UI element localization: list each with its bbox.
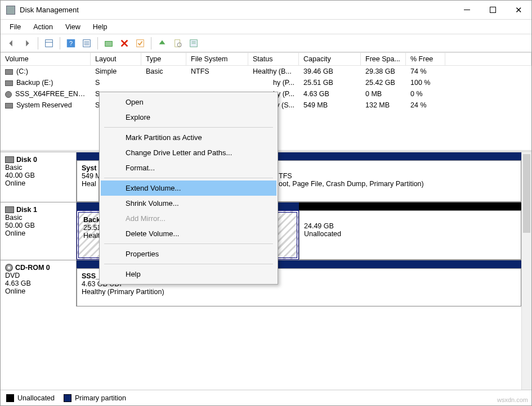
disk-size: 40.00 GB bbox=[5, 172, 71, 179]
partition-header-bar bbox=[77, 152, 99, 160]
partition-size: 549 M bbox=[82, 172, 94, 180]
scrollbar[interactable] bbox=[521, 152, 531, 390]
disk-label: Disk 1 bbox=[5, 206, 71, 214]
cell-pct: 0 % bbox=[406, 88, 445, 100]
context-menu-separator bbox=[104, 264, 273, 264]
minimize-button[interactable] bbox=[454, 1, 480, 19]
cell-status: hy (P... bbox=[248, 77, 299, 88]
col-layout[interactable]: Layout bbox=[91, 53, 141, 66]
properties-icon[interactable] bbox=[187, 37, 200, 49]
cell-cap: 39.46 GB bbox=[299, 66, 361, 77]
partition[interactable]: Syst 549 M Heal bbox=[77, 160, 99, 202]
menu-view[interactable]: View bbox=[60, 21, 86, 33]
disk-label: Disk 0 bbox=[5, 156, 71, 164]
col-capacity[interactable]: Capacity bbox=[299, 53, 361, 66]
back-icon[interactable] bbox=[5, 37, 17, 49]
menu-bar: File Action View Help bbox=[1, 20, 531, 34]
volume-name: System Reserved bbox=[16, 101, 72, 109]
legend-key-primary bbox=[64, 394, 71, 402]
menu-file[interactable]: File bbox=[4, 21, 26, 33]
cell-type: Basic bbox=[141, 66, 186, 77]
cell-free: 132 MB bbox=[361, 100, 406, 111]
cell-cap: 4.63 GB bbox=[299, 88, 361, 100]
volume-name: SSS_X64FREE_EN-... bbox=[15, 90, 86, 98]
ctx-shrink-volume[interactable]: Shrink Volume... bbox=[101, 196, 276, 211]
cd-volume-icon bbox=[5, 91, 12, 98]
svg-rect-0 bbox=[46, 39, 53, 47]
context-menu-separator bbox=[104, 243, 273, 244]
ctx-properties[interactable]: Properties bbox=[101, 246, 276, 261]
ctx-extend-volume[interactable]: Extend Volume... bbox=[101, 181, 276, 196]
context-menu-separator bbox=[104, 178, 273, 178]
disk-type: Basic bbox=[5, 164, 71, 172]
volume-row[interactable]: (C:) Simple Basic NTFS Healthy (B... 39.… bbox=[1, 66, 531, 77]
disk-state: Online bbox=[5, 229, 71, 237]
watermark: wsxdn.com bbox=[497, 396, 528, 403]
col-filesystem[interactable]: File System bbox=[186, 53, 248, 66]
partition-status: Unallocated bbox=[304, 230, 516, 238]
disk-state: Online bbox=[5, 179, 71, 187]
up-arrow-icon[interactable] bbox=[156, 37, 168, 49]
cell-pct: 74 % bbox=[406, 66, 445, 77]
cell-layout: S bbox=[91, 77, 141, 88]
cdrom-icon bbox=[5, 264, 13, 272]
volume-name: (C:) bbox=[16, 67, 28, 75]
menu-action[interactable]: Action bbox=[28, 21, 59, 33]
col-freespace[interactable]: Free Spa... bbox=[361, 53, 406, 66]
disk-state: Online bbox=[5, 287, 71, 295]
cell-fs: NTFS bbox=[186, 66, 248, 77]
context-menu-separator bbox=[104, 127, 273, 128]
col-volume[interactable]: Volume bbox=[1, 53, 91, 66]
cell-pct: 24 % bbox=[406, 100, 445, 111]
svg-rect-8 bbox=[105, 41, 113, 46]
legend-primary: Primary partition bbox=[75, 394, 126, 402]
maximize-button[interactable] bbox=[480, 1, 506, 19]
forward-icon[interactable] bbox=[21, 37, 33, 49]
col-pad bbox=[445, 53, 531, 66]
ctx-format[interactable]: Format... bbox=[101, 160, 276, 175]
cell-cap: 25.51 GB bbox=[299, 77, 361, 88]
volume-icon bbox=[5, 80, 13, 86]
disk-label: CD-ROM 0 bbox=[5, 264, 71, 272]
volume-name: Backup (E:) bbox=[16, 79, 53, 87]
refresh-icon[interactable] bbox=[102, 37, 115, 49]
menu-help[interactable]: Help bbox=[87, 21, 113, 33]
disk-size: 50.00 GB bbox=[5, 222, 71, 229]
cell-pct: 100 % bbox=[406, 77, 445, 88]
volume-row[interactable]: Backup (E:) S hy (P... 25.51 GB 25.42 GB… bbox=[1, 77, 531, 88]
ctx-explore[interactable]: Explore bbox=[101, 110, 276, 125]
partition-status: Healthy (Primary Partition) bbox=[82, 288, 516, 296]
settings-list-icon[interactable] bbox=[81, 37, 93, 49]
legend-unallocated: Unallocated bbox=[17, 394, 55, 402]
close-button[interactable]: ✕ bbox=[506, 1, 531, 19]
search-icon[interactable] bbox=[172, 37, 184, 49]
ctx-add-mirror: Add Mirror... bbox=[101, 211, 276, 226]
delete-icon[interactable] bbox=[118, 37, 131, 49]
context-menu: Open Explore Mark Partition as Active Ch… bbox=[99, 92, 278, 285]
disk-size: 4.63 GB bbox=[5, 279, 71, 287]
help-icon[interactable]: ? bbox=[65, 37, 77, 49]
volume-icon bbox=[5, 69, 13, 75]
check-icon[interactable] bbox=[134, 37, 146, 49]
cell-cap: 549 MB bbox=[299, 100, 361, 111]
cell-free: 25.42 GB bbox=[361, 77, 406, 88]
col-pctfree[interactable]: % Free bbox=[406, 53, 445, 66]
col-type[interactable]: Type bbox=[141, 53, 186, 66]
cell-layout: Simple bbox=[91, 66, 141, 77]
ctx-change-letter[interactable]: Change Drive Letter and Paths... bbox=[101, 145, 276, 160]
cell-free: 29.38 GB bbox=[361, 66, 406, 77]
show-hide-icon[interactable] bbox=[43, 37, 55, 49]
legend: Unallocated Primary partition bbox=[1, 390, 531, 405]
ctx-delete-volume[interactable]: Delete Volume... bbox=[101, 226, 276, 241]
col-status[interactable]: Status bbox=[248, 53, 299, 66]
disk-icon bbox=[5, 206, 14, 213]
partition-status: Heal bbox=[82, 180, 94, 188]
ctx-open[interactable]: Open bbox=[101, 94, 276, 110]
ctx-help[interactable]: Help bbox=[101, 267, 276, 282]
disk-icon bbox=[5, 156, 14, 163]
scrollbar-thumb[interactable] bbox=[523, 154, 530, 233]
partition-unallocated[interactable]: 24.49 GB Unallocated bbox=[299, 210, 521, 260]
titlebar: Disk Management ✕ bbox=[1, 1, 531, 20]
volume-icon bbox=[5, 103, 13, 109]
ctx-mark-active[interactable]: Mark Partition as Active bbox=[101, 130, 276, 145]
